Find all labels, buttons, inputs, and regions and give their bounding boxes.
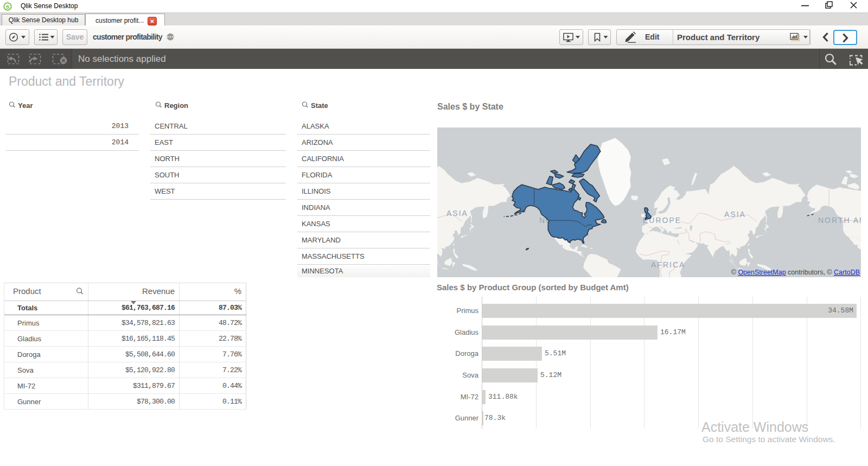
svg-text:ASIA: ASIA [724, 210, 746, 219]
svg-text:ASIA: ASIA [446, 209, 468, 218]
svg-text:© OpenStreetMap contributors,: © OpenStreetMap contributors, © CartoDB [731, 269, 860, 276]
svg-text:NORTH AMERICA: NORTH AMERICA [818, 216, 861, 225]
svg-text:AFRICA: AFRICA [651, 260, 685, 269]
